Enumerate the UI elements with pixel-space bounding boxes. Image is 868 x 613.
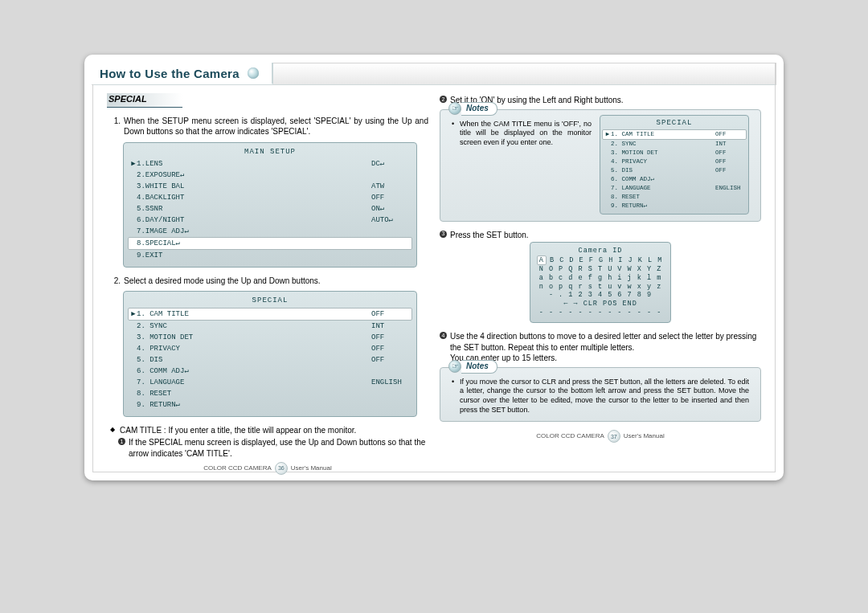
osd-row: 4.BACKLIGHTOFF <box>130 192 410 203</box>
osd-row: 8.SPECIAL↵ <box>128 237 412 250</box>
osd-row: 4. PRIVACYOFF <box>130 343 410 354</box>
osd-row: 3. MOTION DETOFF <box>130 332 410 343</box>
osd-rows: ▶1.LENSDC↵2.EXPOSURE↵3.WHITE BALATW4.BAC… <box>130 158 410 261</box>
left-column: SPECIAL 1. When the SETUP menu screen is… <box>107 93 428 455</box>
step-1: 1. When the SETUP menu screen is display… <box>112 116 428 137</box>
footer-left: COLOR CCD CAMERA 36 User's Manual <box>107 462 428 475</box>
osd-row: 7. LANGUAGEENGLISH <box>604 184 744 193</box>
osd-row: 5. DISOFF <box>604 166 744 175</box>
osd-row: 7.IMAGE ADJ↵ <box>130 226 410 237</box>
osd-row: 4. PRIVACYOFF <box>604 157 744 166</box>
osd-row: 9. RETURN↵ <box>130 399 410 411</box>
title-ornament-icon <box>248 67 259 79</box>
osd-row: 5.SSNRON↵ <box>130 203 410 215</box>
hand-icon: ☞ <box>448 360 461 373</box>
osd-row: 9. RETURN↵ <box>604 202 744 210</box>
page-title: How to Use the Camera <box>100 67 240 80</box>
cam-title-note: CAM TITLE : If you enter a title, the ti… <box>110 425 428 436</box>
osd-row: 2. SYNCINT <box>130 321 410 332</box>
right-column: 2 Set it to 'ON' by using the Left and R… <box>440 93 761 455</box>
osd-row: 3.WHITE BALATW <box>130 181 410 192</box>
substep-1: 1 If the SPECIAL menu screen is displaye… <box>118 437 428 459</box>
osd-row: 2. SYNCINT <box>604 140 744 149</box>
substep-4: 4 Use the 4 direction buttons to move to… <box>440 331 761 364</box>
notes-box-2: ☞ Notes If you move the cursor to CLR an… <box>440 367 761 423</box>
osd-row: 7. LANGUAGEENGLISH <box>130 377 410 388</box>
step-2: 2. Select a desired mode using the Up an… <box>112 276 428 287</box>
page-number-right: 37 <box>608 430 620 443</box>
substep-3: 3 Press the SET button. <box>440 230 761 241</box>
osd-special-menu: SPECIAL ▶1. CAM TITLEOFF2. SYNCINT3. MOT… <box>123 291 417 416</box>
bullet-4-icon: 4 <box>440 332 447 339</box>
osd-special-small: SPECIAL ▶1. CAM TITLEOFF2. SYNCINT3. MOT… <box>600 115 749 215</box>
osd-row: ▶1. CAM TITLEOFF <box>602 129 747 140</box>
bullet-2-icon: 2 <box>440 96 447 103</box>
footer-right: COLOR CCD CAMERA 37 User's Manual <box>440 430 761 443</box>
bullet-1-icon: 1 <box>118 438 125 445</box>
page-body: SPECIAL 1. When the SETUP menu screen is… <box>107 93 761 455</box>
osd-row: 6.DAY/NIGHTAUTO↵ <box>130 215 410 226</box>
osd-main-setup: MAIN SETUP ▶1.LENSDC↵2.EXPOSURE↵3.WHITE … <box>123 142 417 268</box>
osd-row: 9.EXIT <box>130 250 410 261</box>
manual-spread: How to Use the Camera SPECIAL 1. When th… <box>84 55 784 480</box>
osd-row: 6. COMM ADJ↵ <box>604 175 744 184</box>
osd-row: 3. MOTION DETOFF <box>604 149 744 157</box>
osd-row: 6. COMM ADJ↵ <box>130 366 410 377</box>
osd-rows: ▶1. CAM TITLEOFF2. SYNCINT3. MOTION DETO… <box>130 308 410 411</box>
osd-row: 8. RESET <box>604 193 744 202</box>
osd-row: ▶1.LENSDC↵ <box>130 158 410 170</box>
osd-camera-id: Camera ID A B C D E F G H I J K L M N O … <box>440 242 761 323</box>
hand-icon: ☞ <box>448 102 461 115</box>
section-heading-special: SPECIAL <box>107 93 182 108</box>
osd-row: ▶1. CAM TITLEOFF <box>128 308 412 321</box>
osd-row: 8. RESET <box>130 388 410 399</box>
notes-badge: ☞ Notes <box>448 360 497 374</box>
page-title-tab: How to Use the Camera <box>92 63 273 84</box>
notes-badge: ☞ Notes <box>448 102 497 116</box>
page-number-left: 36 <box>275 462 288 475</box>
notes-box-1: ☞ Notes When the CAM TITLE menu is 'OFF'… <box>440 109 761 222</box>
osd-row: 5. DISOFF <box>130 354 410 366</box>
osd-row: 2.EXPOSURE↵ <box>130 170 410 181</box>
bullet-3-icon: 3 <box>440 231 447 238</box>
